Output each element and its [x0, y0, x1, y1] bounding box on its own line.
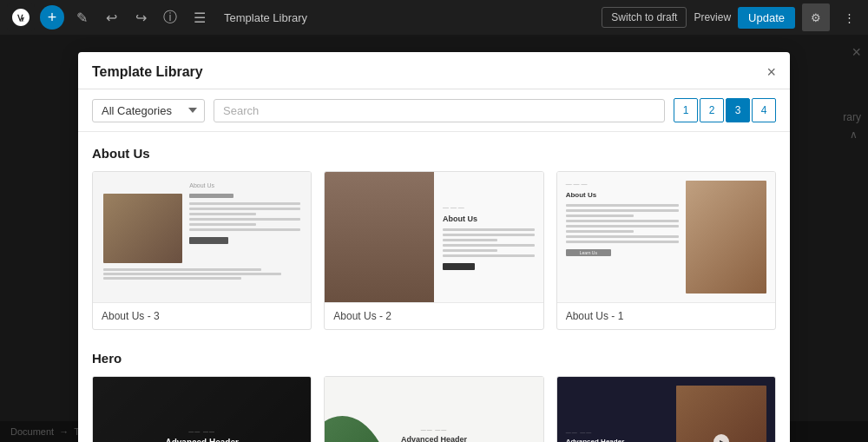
admin-bar: + ✎ ↩ ↪ ⓘ ☰ Template Library Switch to d… [0, 0, 868, 35]
search-input[interactable] [214, 99, 665, 122]
template-card-hero-3[interactable]: —— —— Advanced Header Lorem ipsum dolor … [556, 376, 776, 442]
info-button[interactable]: ⓘ [158, 5, 182, 30]
modal-overlay: Template Library × All Categories About … [0, 35, 868, 442]
hero-1-preview: —— —— Advanced Header Lorem ipsum dolor … [93, 377, 311, 442]
modal-body[interactable]: About Us About Us [78, 132, 790, 442]
admin-bar-actions: Switch to draft Preview Update ⚙ ⋮ [602, 3, 861, 31]
pagination: 1 2 3 4 [674, 98, 776, 122]
about-us-1-preview: — — — About Us [557, 172, 775, 302]
editor-background: × rary ∧ Template Library × All Categori… [0, 35, 868, 442]
about-us-3-label: About Us - 3 [93, 302, 311, 329]
page-3-button[interactable]: 3 [726, 98, 750, 122]
template-card-hero-1[interactable]: —— —— Advanced Header Lorem ipsum dolor … [92, 376, 312, 442]
about-us-1-label: About Us - 1 [557, 302, 775, 329]
hero-3-title-preview: Advanced Header [566, 438, 676, 443]
update-button[interactable]: Update [738, 7, 795, 29]
hero-1-title-preview: Advanced Header [165, 438, 238, 443]
modal-header: Template Library × [78, 52, 790, 89]
edit-icon-btn[interactable]: ✎ [69, 5, 94, 30]
modal-title: Template Library [92, 64, 203, 80]
settings-button[interactable]: ⚙ [802, 3, 830, 31]
about-us-section-title: About Us [92, 146, 776, 161]
redo-button[interactable]: ↪ [128, 5, 153, 30]
list-view-button[interactable]: ☰ [187, 5, 212, 30]
hero-grid: —— —— Advanced Header Lorem ipsum dolor … [92, 376, 776, 442]
editor-title: Template Library [224, 11, 596, 24]
add-button[interactable]: + [40, 5, 64, 30]
preview-button[interactable]: Preview [694, 11, 731, 23]
page-2-button[interactable]: 2 [700, 98, 724, 122]
template-card-about-us-1[interactable]: — — — About Us [556, 171, 776, 330]
template-card-about-us-2[interactable]: — — — About Us [324, 171, 543, 330]
about-us-2-label: About Us - 2 [325, 302, 542, 329]
page-4-button[interactable]: 4 [752, 98, 776, 122]
wp-logo [7, 3, 35, 31]
page-1-button[interactable]: 1 [674, 98, 698, 122]
template-card-about-us-3[interactable]: About Us [92, 171, 312, 330]
switch-draft-button[interactable]: Switch to draft [602, 7, 687, 28]
modal-close-button[interactable]: × [766, 64, 776, 80]
about-us-grid: About Us [92, 171, 776, 330]
more-options-button[interactable]: ⋮ [837, 5, 861, 30]
template-library-modal: Template Library × All Categories About … [78, 52, 790, 442]
undo-button[interactable]: ↩ [99, 5, 123, 30]
template-card-hero-2[interactable]: —— —— Advanced Header Lorem ipsum dolor … [324, 376, 543, 442]
hero-section-title: Hero [92, 351, 776, 366]
category-select[interactable]: All Categories About Us Hero Contact Fea… [92, 99, 205, 122]
about-us-2-preview: — — — About Us [325, 172, 542, 302]
about-us-3-preview: About Us [93, 172, 311, 302]
wordpress-icon [10, 7, 31, 28]
hero-2-preview: —— —— Advanced Header Lorem ipsum dolor … [325, 377, 542, 442]
hero-2-title-preview: Advanced Header [401, 435, 467, 442]
hero-3-preview: —— —— Advanced Header Lorem ipsum dolor … [557, 377, 775, 442]
modal-toolbar: All Categories About Us Hero Contact Fea… [78, 89, 790, 132]
